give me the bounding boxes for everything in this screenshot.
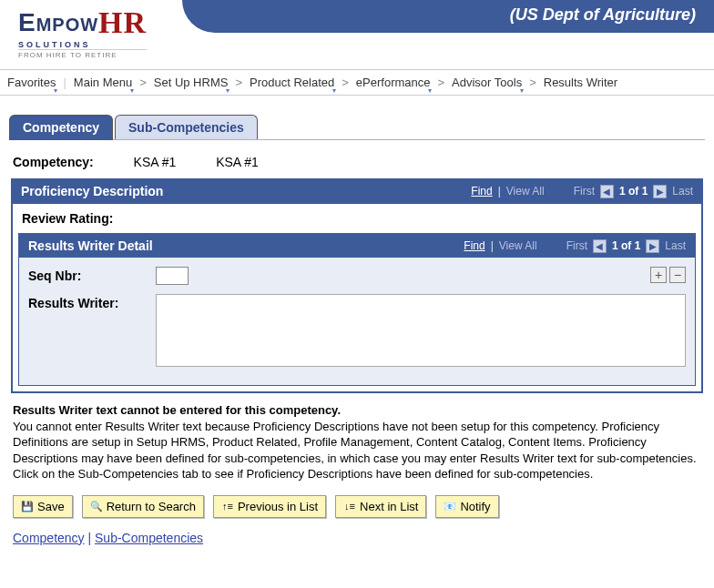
- detail-prev-icon[interactable]: ◀: [593, 239, 607, 253]
- list-down-icon: ↓≡: [343, 500, 356, 512]
- org-title: (US Dept of Agriculture): [510, 5, 696, 25]
- detail-next-icon[interactable]: ▶: [646, 239, 659, 253]
- logo-sub: SOLUTIONS: [18, 40, 147, 49]
- return-to-search-button[interactable]: 🔍Return to Search: [82, 495, 204, 518]
- proficiency-header: Proficiency Description Find | View All …: [12, 179, 702, 203]
- detail-header: Results Writer Detail Find | View All Fi…: [19, 234, 695, 258]
- prof-position: 1 of 1: [619, 185, 648, 198]
- logo-word-2: HR: [98, 5, 147, 39]
- competency-row: Competency: KSA #1 KSA #1: [13, 155, 701, 169]
- review-rating-label: Review Rating:: [13, 204, 701, 233]
- notify-icon: 📧: [444, 500, 456, 512]
- previous-in-list-button[interactable]: ↑≡Previous in List: [213, 495, 326, 518]
- footer-link-sub-competencies[interactable]: Sub-Competencies: [95, 531, 203, 545]
- app-logo: EmpowHR SOLUTIONS FROM HIRE TO RETIRE: [18, 5, 147, 59]
- crumb-setup-hrms[interactable]: Set Up HRMS: [154, 76, 229, 89]
- next-in-list-button[interactable]: ↓≡Next in List: [335, 495, 426, 518]
- seq-nbr-input[interactable]: [156, 267, 189, 285]
- warning-body: You cannot enter Results Writer text bec…: [13, 420, 697, 482]
- detail-viewall: View All: [499, 239, 537, 252]
- logo-word-1: Empow: [18, 8, 98, 36]
- results-writer-label: Results Writer:: [28, 294, 156, 310]
- proficiency-nav: Find | View All First ◀ 1 of 1 ▶ Last: [471, 185, 693, 198]
- tab-bar: Competency Sub-Competencies: [9, 114, 705, 140]
- proficiency-panel: Proficiency Description Find | View All …: [11, 178, 703, 393]
- crumb-favorites[interactable]: Favorites: [7, 76, 56, 89]
- crumb-main-menu[interactable]: Main Menu: [74, 76, 132, 89]
- detail-first: First: [566, 239, 587, 252]
- add-row-button[interactable]: +: [650, 267, 667, 283]
- competency-code: KSA #1: [134, 155, 177, 169]
- tab-sub-competencies[interactable]: Sub-Competencies: [115, 115, 258, 139]
- tab-competency[interactable]: Competency: [9, 115, 113, 140]
- prof-next-icon[interactable]: ▶: [653, 185, 667, 198]
- crumb-results-writer[interactable]: Results Writer: [544, 76, 617, 89]
- warning-block: Results Writer text cannot be entered fo…: [13, 402, 701, 482]
- prof-first: First: [574, 185, 595, 198]
- detail-body: Seq Nbr: + − Results Writer:: [19, 258, 695, 385]
- proficiency-body: Review Rating: Results Writer Detail Fin…: [12, 203, 702, 392]
- search-icon: 🔍: [90, 500, 103, 512]
- footer-link-competency[interactable]: Competency: [13, 531, 85, 545]
- app-header: (US Dept of Agriculture) EmpowHR SOLUTIO…: [0, 0, 714, 69]
- save-icon: 💾: [21, 500, 34, 512]
- crumb-eperformance[interactable]: ePerformance: [356, 76, 431, 89]
- competency-label: Competency:: [13, 155, 94, 169]
- logo-tag: FROM HIRE TO RETIRE: [18, 49, 147, 59]
- detail-last: Last: [665, 239, 686, 252]
- warning-heading: Results Writer text cannot be entered fo…: [13, 403, 341, 417]
- detail-find-link[interactable]: Find: [464, 239, 484, 252]
- prof-last: Last: [672, 185, 693, 198]
- action-buttons: 💾Save 🔍Return to Search ↑≡Previous in Li…: [13, 495, 701, 518]
- proficiency-title: Proficiency Description: [21, 184, 163, 198]
- notify-button[interactable]: 📧Notify: [435, 495, 498, 518]
- competency-desc: KSA #1: [216, 155, 259, 169]
- crumb-advisor-tools[interactable]: Advisor Tools: [452, 76, 522, 89]
- footer-links: Competency | Sub-Competencies: [13, 531, 701, 545]
- detail-position: 1 of 1: [612, 239, 640, 252]
- prof-find-link[interactable]: Find: [471, 185, 492, 198]
- detail-title: Results Writer Detail: [28, 238, 153, 253]
- seq-nbr-label: Seq Nbr:: [28, 267, 156, 283]
- list-up-icon: ↑≡: [221, 500, 234, 512]
- breadcrumb: Favorites | Main Menu > Set Up HRMS > Pr…: [0, 69, 714, 96]
- detail-nav: Find | View All First ◀ 1 of 1 ▶ Last: [464, 239, 686, 253]
- prof-viewall: View All: [506, 185, 545, 198]
- remove-row-button[interactable]: −: [669, 267, 686, 283]
- results-writer-textarea[interactable]: [156, 294, 686, 367]
- detail-panel: Results Writer Detail Find | View All Fi…: [18, 233, 696, 386]
- crumb-product-related[interactable]: Product Related: [250, 76, 334, 89]
- prof-prev-icon[interactable]: ◀: [600, 185, 614, 198]
- save-button[interactable]: 💾Save: [13, 495, 73, 518]
